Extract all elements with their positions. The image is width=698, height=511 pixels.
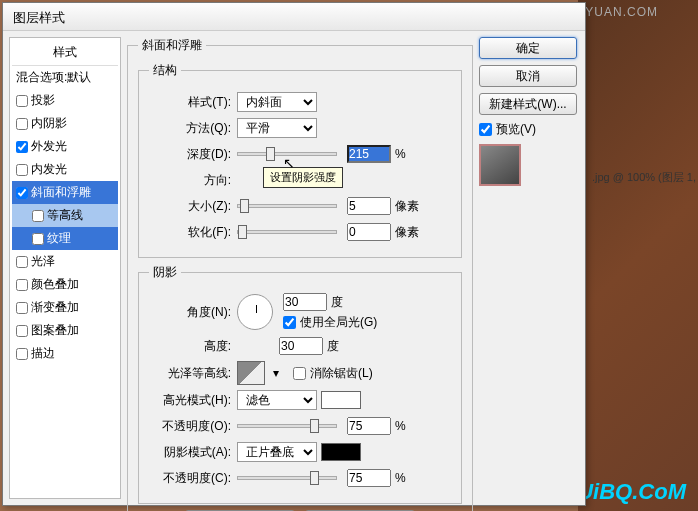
soften-input[interactable] [347, 223, 391, 241]
sidebar-checkbox[interactable] [16, 95, 28, 107]
shadow-opacity-input[interactable] [347, 469, 391, 487]
document-title-fragment: .jpg @ 100% (图层 1, [592, 170, 696, 185]
tooltip: 设置阴影强度 [263, 167, 343, 188]
sidebar-item-label: 光泽 [31, 253, 55, 270]
depth-label: 深度(D): [149, 146, 237, 163]
sidebar-item-label: 渐变叠加 [31, 299, 79, 316]
highlight-color-swatch[interactable] [321, 391, 361, 409]
sidebar-checkbox[interactable] [16, 279, 28, 291]
watermark-bottom: UiBQ.CoM [577, 479, 686, 505]
sidebar-blend-options[interactable]: 混合选项:默认 [12, 66, 118, 89]
sidebar-checkbox[interactable] [16, 325, 28, 337]
sidebar-item-label: 内发光 [31, 161, 67, 178]
preview-label: 预览(V) [496, 121, 536, 138]
sidebar-item-内阴影[interactable]: 内阴影 [12, 112, 118, 135]
antialias-label: 消除锯齿(L) [310, 365, 373, 382]
depth-input[interactable] [347, 145, 391, 163]
highlight-mode-label: 高光模式(H): [149, 392, 237, 409]
ok-button[interactable]: 确定 [479, 37, 577, 59]
highlight-opacity-slider[interactable] [237, 424, 337, 428]
sidebar-checkbox[interactable] [16, 187, 28, 199]
sidebar-item-图案叠加[interactable]: 图案叠加 [12, 319, 118, 342]
preview-thumbnail [479, 144, 521, 186]
antialias-checkbox[interactable] [293, 367, 306, 380]
gloss-contour-label: 光泽等高线: [149, 365, 237, 382]
size-input[interactable] [347, 197, 391, 215]
sidebar-item-内发光[interactable]: 内发光 [12, 158, 118, 181]
style-select[interactable]: 内斜面 [237, 92, 317, 112]
sidebar-checkbox[interactable] [16, 118, 28, 130]
sidebar-item-纹理[interactable]: 纹理 [12, 227, 118, 250]
sidebar-item-投影[interactable]: 投影 [12, 89, 118, 112]
bevel-emboss-fieldset: 斜面和浮雕 结构 样式(T): 内斜面 方法(Q): 平滑 深度(D): % 方… [127, 37, 473, 511]
sidebar-item-描边[interactable]: 描边 [12, 342, 118, 365]
size-slider[interactable] [237, 204, 337, 208]
cancel-button[interactable]: 取消 [479, 65, 577, 87]
sidebar-item-外发光[interactable]: 外发光 [12, 135, 118, 158]
sidebar-item-label: 图案叠加 [31, 322, 79, 339]
sidebar-item-label: 内阴影 [31, 115, 67, 132]
sidebar-item-等高线[interactable]: 等高线 [12, 204, 118, 227]
angle-wheel[interactable] [237, 294, 273, 330]
shadow-opacity-label: 不透明度(C): [149, 470, 237, 487]
shading-fieldset: 阴影 角度(N): 度 [138, 264, 462, 504]
sidebar-checkbox[interactable] [16, 348, 28, 360]
soften-slider[interactable] [237, 230, 337, 234]
altitude-label: 高度: [149, 338, 237, 355]
background-leather [578, 0, 698, 511]
sidebar-checkbox[interactable] [16, 141, 28, 153]
sidebar-checkbox[interactable] [32, 233, 44, 245]
styles-sidebar: 样式 混合选项:默认 投影内阴影外发光内发光斜面和浮雕等高线纹理光泽颜色叠加渐变… [9, 37, 121, 499]
shadow-color-swatch[interactable] [321, 443, 361, 461]
global-light-label: 使用全局光(G) [300, 314, 377, 331]
sidebar-item-渐变叠加[interactable]: 渐变叠加 [12, 296, 118, 319]
highlight-opacity-input[interactable] [347, 417, 391, 435]
style-label: 样式(T): [149, 94, 237, 111]
preview-checkbox[interactable] [479, 123, 492, 136]
sidebar-item-颜色叠加[interactable]: 颜色叠加 [12, 273, 118, 296]
sidebar-item-label: 纹理 [47, 230, 71, 247]
sidebar-item-label: 描边 [31, 345, 55, 362]
altitude-input[interactable] [279, 337, 323, 355]
angle-input[interactable] [283, 293, 327, 311]
angle-label: 角度(N): [149, 304, 237, 321]
shadow-mode-label: 阴影模式(A): [149, 444, 237, 461]
sidebar-checkbox[interactable] [16, 164, 28, 176]
cursor-icon: ↖ [283, 155, 295, 171]
soften-label: 软化(F): [149, 224, 237, 241]
sidebar-checkbox[interactable] [16, 302, 28, 314]
sidebar-item-光泽[interactable]: 光泽 [12, 250, 118, 273]
global-light-checkbox[interactable] [283, 316, 296, 329]
sidebar-checkbox[interactable] [32, 210, 44, 222]
sidebar-item-label: 外发光 [31, 138, 67, 155]
layer-style-dialog: 图层样式 样式 混合选项:默认 投影内阴影外发光内发光斜面和浮雕等高线纹理光泽颜… [2, 2, 586, 506]
size-label: 大小(Z): [149, 198, 237, 215]
options-panel: 斜面和浮雕 结构 样式(T): 内斜面 方法(Q): 平滑 深度(D): % 方… [127, 37, 473, 499]
gloss-contour-picker[interactable] [237, 361, 265, 385]
shadow-opacity-slider[interactable] [237, 476, 337, 480]
dialog-titlebar[interactable]: 图层样式 [3, 3, 585, 31]
direction-label: 方向: [149, 172, 237, 189]
structure-fieldset: 结构 样式(T): 内斜面 方法(Q): 平滑 深度(D): % 方向: 大小(… [138, 62, 462, 258]
method-label: 方法(Q): [149, 120, 237, 137]
sidebar-header: 样式 [12, 40, 118, 66]
highlight-opacity-label: 不透明度(O): [149, 418, 237, 435]
sidebar-item-label: 等高线 [47, 207, 83, 224]
new-style-button[interactable]: 新建样式(W)... [479, 93, 577, 115]
shadow-mode-select[interactable]: 正片叠底 [237, 442, 317, 462]
highlight-mode-select[interactable]: 滤色 [237, 390, 317, 410]
sidebar-item-斜面和浮雕[interactable]: 斜面和浮雕 [12, 181, 118, 204]
dialog-right-buttons: 确定 取消 新建样式(W)... 预览(V) [479, 37, 579, 499]
sidebar-item-label: 斜面和浮雕 [31, 184, 91, 201]
sidebar-item-label: 投影 [31, 92, 55, 109]
sidebar-item-label: 颜色叠加 [31, 276, 79, 293]
sidebar-checkbox[interactable] [16, 256, 28, 268]
panel-title: 斜面和浮雕 [138, 37, 206, 54]
method-select[interactable]: 平滑 [237, 118, 317, 138]
